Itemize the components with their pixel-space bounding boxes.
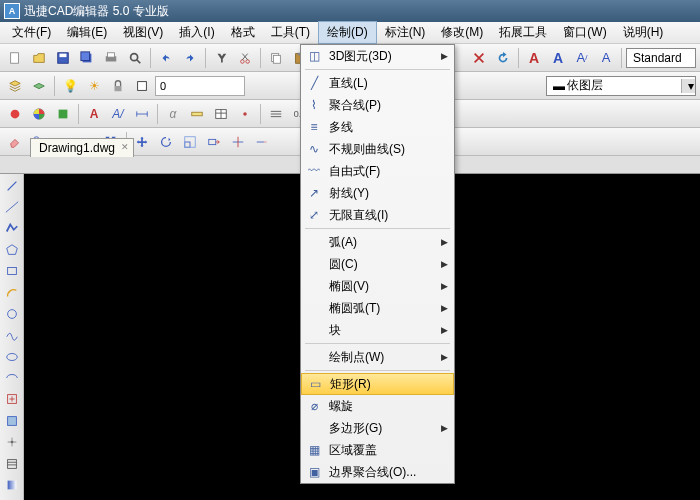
menu-spline[interactable]: ∿不规则曲线(S) <box>301 138 454 160</box>
earc-tool-icon[interactable] <box>2 368 22 387</box>
menu-edit[interactable]: 编辑(E) <box>59 22 115 43</box>
trim-icon[interactable] <box>227 131 249 153</box>
layer-combo[interactable]: ▬ 依图层 ▾ <box>546 76 696 96</box>
stretch-icon[interactable] <box>203 131 225 153</box>
hatch-tool-icon[interactable] <box>2 454 22 473</box>
menu-boundary[interactable]: ▣边界聚合线(O)... <box>301 461 454 483</box>
menu-help[interactable]: 说明(H) <box>615 22 672 43</box>
text-a2-icon[interactable]: A <box>547 47 569 69</box>
menu-xline[interactable]: ⤢无限直线(I) <box>301 204 454 226</box>
erase-icon[interactable] <box>4 131 26 153</box>
svg-rect-6 <box>108 52 115 56</box>
text-edit-icon[interactable]: A/ <box>571 47 593 69</box>
text-bold-icon[interactable]: A <box>523 47 545 69</box>
layer-manager-icon[interactable] <box>4 75 26 97</box>
menu-3d[interactable]: ◫3D图元(3D)▶ <box>301 45 454 67</box>
menu-view[interactable]: 视图(V) <box>115 22 171 43</box>
xline-tool-icon[interactable] <box>2 197 22 216</box>
svg-rect-53 <box>7 416 16 425</box>
text-a4-icon[interactable]: A <box>595 47 617 69</box>
style-combo[interactable]: Standard <box>626 48 696 68</box>
svg-line-8 <box>137 59 141 63</box>
menu-wipeout[interactable]: ▦区域覆盖 <box>301 439 454 461</box>
svg-rect-60 <box>7 481 16 490</box>
ellipse-tool-icon[interactable] <box>2 347 22 366</box>
extend-icon[interactable] <box>251 131 273 153</box>
menu-rect[interactable]: ▭矩形(R) <box>301 373 454 395</box>
color-green-icon[interactable] <box>52 103 74 125</box>
menu-arc[interactable]: 弧(A)▶ <box>301 231 454 253</box>
ruler-icon[interactable] <box>186 103 208 125</box>
menu-ext[interactable]: 拓展工具 <box>491 22 555 43</box>
menu-file[interactable]: 文件(F) <box>4 22 59 43</box>
menu-format[interactable]: 格式 <box>223 22 263 43</box>
menu-ellipse[interactable]: 椭圆(V)▶ <box>301 275 454 297</box>
menu-freeform[interactable]: 〰自由式(F) <box>301 160 454 182</box>
insert-tool-icon[interactable] <box>2 390 22 409</box>
cut-icon[interactable] <box>234 47 256 69</box>
color-red-icon[interactable] <box>4 103 26 125</box>
menu-circle[interactable]: 圆(C)▶ <box>301 253 454 275</box>
point-tool-icon[interactable] <box>2 433 22 452</box>
undo-icon[interactable] <box>155 47 177 69</box>
point-icon[interactable] <box>234 103 256 125</box>
region-tool-icon[interactable] <box>2 497 22 500</box>
alpha-icon[interactable]: α <box>162 103 184 125</box>
spline-tool-icon[interactable] <box>2 326 22 345</box>
dim-icon[interactable] <box>131 103 153 125</box>
line-tool-icon[interactable] <box>2 176 22 195</box>
refresh-icon[interactable] <box>492 47 514 69</box>
layer-name-input[interactable] <box>155 76 245 96</box>
print-icon[interactable] <box>100 47 122 69</box>
preview-icon[interactable] <box>124 47 146 69</box>
lock-icon[interactable] <box>107 75 129 97</box>
layer-prev-icon[interactable] <box>28 75 50 97</box>
new-icon[interactable] <box>4 47 26 69</box>
color-wheel-icon[interactable] <box>28 103 50 125</box>
block-tool-icon[interactable] <box>2 411 22 430</box>
text-style-icon[interactable]: A/ <box>107 103 129 125</box>
svg-rect-16 <box>138 81 147 90</box>
menu-polyline[interactable]: ⌇聚合线(P) <box>301 94 454 116</box>
sun-icon[interactable]: ☀ <box>83 75 105 97</box>
menu-tools[interactable]: 工具(T) <box>263 22 318 43</box>
chevron-down-icon[interactable]: ▾ <box>681 79 695 93</box>
menu-window[interactable]: 窗口(W) <box>555 22 614 43</box>
menu-ray[interactable]: ↗射线(Y) <box>301 182 454 204</box>
menu-earc[interactable]: 椭圆弧(T)▶ <box>301 297 454 319</box>
menu-annotate[interactable]: 标注(N) <box>377 22 434 43</box>
close-icon[interactable]: ✕ <box>121 142 129 152</box>
arc-tool-icon[interactable] <box>2 283 22 302</box>
bulb-on-icon[interactable]: 💡 <box>59 75 81 97</box>
move-icon[interactable] <box>131 131 153 153</box>
rect-tool-icon[interactable] <box>2 262 22 281</box>
draw-toolbar-vertical <box>0 174 24 500</box>
open-icon[interactable] <box>28 47 50 69</box>
menu-block[interactable]: 块▶ <box>301 319 454 341</box>
table-icon[interactable] <box>210 103 232 125</box>
document-tab[interactable]: Drawing1.dwg ✕ <box>30 138 134 157</box>
menu-helix[interactable]: ⌀螺旋 <box>301 395 454 417</box>
menu-polygon[interactable]: 多边形(G)▶ <box>301 417 454 439</box>
menu-insert[interactable]: 插入(I) <box>171 22 222 43</box>
polygon-tool-icon[interactable] <box>2 240 22 259</box>
menu-drawpoint[interactable]: 绘制点(W)▶ <box>301 346 454 368</box>
polyline-tool-icon[interactable] <box>2 219 22 238</box>
redo-icon[interactable] <box>179 47 201 69</box>
color-swatch-icon[interactable] <box>131 75 153 97</box>
mline-style-icon[interactable] <box>265 103 287 125</box>
cancel-icon[interactable] <box>468 47 490 69</box>
circle-tool-icon[interactable] <box>2 304 22 323</box>
find-icon[interactable] <box>210 47 232 69</box>
menu-mline[interactable]: ≡多线 <box>301 116 454 138</box>
menu-modify[interactable]: 修改(M) <box>433 22 491 43</box>
copy-icon[interactable] <box>265 47 287 69</box>
menu-line[interactable]: ╱直线(L) <box>301 72 454 94</box>
text-a-red-icon[interactable]: A <box>83 103 105 125</box>
scale-icon[interactable] <box>179 131 201 153</box>
gradient-tool-icon[interactable] <box>2 475 22 494</box>
saveall-icon[interactable] <box>76 47 98 69</box>
rotate-icon[interactable] <box>155 131 177 153</box>
save-icon[interactable] <box>52 47 74 69</box>
menu-draw[interactable]: 绘制(D) <box>318 21 377 44</box>
